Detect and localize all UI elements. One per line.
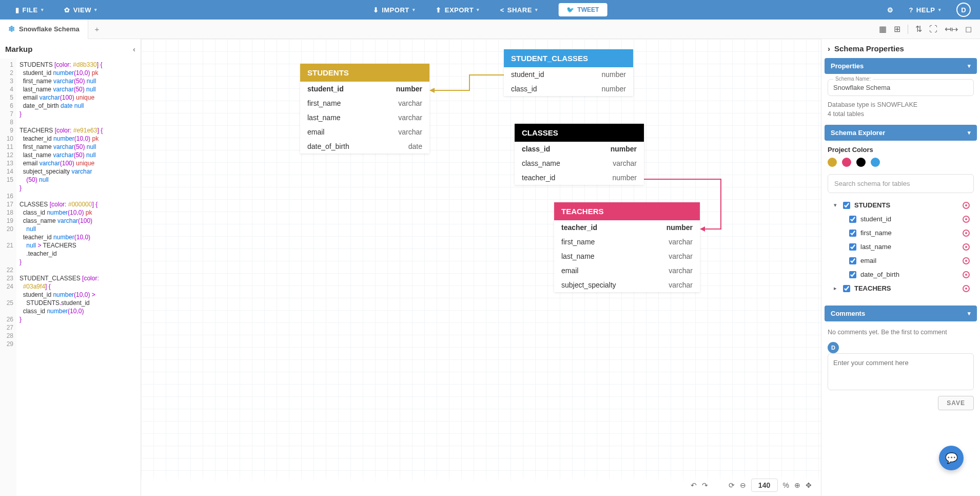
target-icon[interactable] xyxy=(963,257,970,264)
add-tab-button[interactable]: + xyxy=(88,25,106,33)
table-row[interactable]: first_namevarchar xyxy=(554,235,700,249)
color-swatch[interactable] xyxy=(828,158,837,167)
table-teachers[interactable]: TEACHERSteacher_idnumberfirst_namevarcha… xyxy=(554,202,700,292)
code-editor[interactable]: 1 2 3 4 5 6 7 8 9 10 11 12 13 14 15 16 1… xyxy=(0,59,141,496)
schema-name-label: Schema Name: xyxy=(833,76,873,82)
table-header[interactable]: STUDENTS xyxy=(300,64,429,82)
grid-icon[interactable]: ▦ xyxy=(879,24,887,34)
code-body[interactable]: STUDENTS [color: #d8b330] { student_id n… xyxy=(16,59,141,496)
search-tables-input[interactable]: Search schema for tables xyxy=(828,174,974,193)
target-icon[interactable] xyxy=(963,243,970,251)
tree-column-name[interactable]: first_name xyxy=(860,229,892,237)
table-header[interactable]: TEACHERS xyxy=(554,202,700,220)
help-menu[interactable]: ? HELP▾ xyxy=(909,6,941,14)
tree-table-name[interactable]: STUDENTS xyxy=(854,201,890,209)
zoom-in-icon[interactable]: ⊕ xyxy=(794,481,800,489)
column-checkbox[interactable] xyxy=(849,243,856,251)
table-checkbox[interactable] xyxy=(843,202,850,209)
table-students[interactable]: STUDENTSstudent_idnumberfirst_namevarcha… xyxy=(300,64,429,154)
tweet-button[interactable]: 🐦 TWEET xyxy=(558,3,607,16)
collapse-left-icon[interactable]: ‹ xyxy=(133,45,135,53)
table-student_classes[interactable]: STUDENT_CLASSESstudent_idnumberclass_idn… xyxy=(504,49,633,96)
table-row[interactable]: teacher_idnumber xyxy=(515,170,644,185)
chevron-icon[interactable]: ▸ xyxy=(832,285,839,292)
help-icon: ? xyxy=(909,6,913,14)
color-swatch[interactable] xyxy=(842,158,851,167)
target-icon[interactable] xyxy=(963,230,970,237)
schema-explorer-header[interactable]: Schema Explorer ▾ xyxy=(825,125,977,141)
select-all-icon[interactable]: ◻ xyxy=(965,24,972,34)
table-checkbox[interactable] xyxy=(843,285,850,292)
zoom-percent-label: % xyxy=(783,481,789,489)
svg-marker-0 xyxy=(429,88,435,93)
target-icon[interactable] xyxy=(963,271,970,278)
table-classes[interactable]: CLASSESclass_idnumberclass_namevarcharte… xyxy=(515,124,644,185)
refresh-icon[interactable]: ⟳ xyxy=(729,481,735,489)
table-row[interactable]: last_namevarchar xyxy=(300,110,429,125)
chevron-down-icon: ▾ xyxy=(41,7,44,12)
share-menu[interactable]: < SHARE▾ xyxy=(500,3,538,16)
column-checkbox[interactable] xyxy=(849,216,856,223)
tree-column-name[interactable]: email xyxy=(860,257,876,264)
tree-column-name[interactable]: date_of_birth xyxy=(860,271,899,278)
target-icon[interactable] xyxy=(963,285,970,292)
settings-icon[interactable]: ⚙ xyxy=(887,6,893,14)
comment-textarea[interactable] xyxy=(828,353,974,390)
diagram-canvas[interactable]: ↶ ↷ ⟳ ⊖ 140 % ⊕ ✥ STUDENTSstudent_idnumb… xyxy=(141,39,821,496)
sort-icon[interactable]: ⇅ xyxy=(915,24,922,34)
table-row[interactable]: last_namevarchar xyxy=(554,249,700,263)
column-checkbox[interactable] xyxy=(849,257,856,264)
fit-width-icon[interactable]: ↤↦ xyxy=(945,24,958,34)
table-row[interactable]: class_idnumber xyxy=(515,142,644,156)
tree-table-name[interactable]: TEACHERS xyxy=(854,284,891,292)
database-type-text: Database type is SNOWFLAKE xyxy=(828,101,974,108)
schema-properties-header[interactable]: › Schema Properties xyxy=(821,39,980,58)
schema-name-field[interactable]: Schema Name: Snowflake Schema xyxy=(828,79,974,96)
undo-icon[interactable]: ↶ xyxy=(691,481,697,489)
table-row[interactable]: teacher_idnumber xyxy=(554,220,700,235)
column-checkbox[interactable] xyxy=(849,271,856,278)
save-comment-button[interactable]: SAVE xyxy=(938,396,974,410)
import-menu[interactable]: ⬇ IMPORT▾ xyxy=(373,3,416,16)
table-row[interactable]: student_idnumber xyxy=(504,67,633,82)
table-row[interactable]: emailvarchar xyxy=(300,125,429,139)
column-checkbox[interactable] xyxy=(849,230,856,237)
properties-section-header[interactable]: Properties ▾ xyxy=(825,58,977,74)
file-icon: ▮ xyxy=(15,6,19,14)
table-add-icon[interactable]: ⊞ xyxy=(894,24,900,34)
user-avatar[interactable]: D xyxy=(956,3,971,17)
view-menu[interactable]: ✿ VIEW▾ xyxy=(64,6,97,14)
table-row[interactable]: first_namevarchar xyxy=(300,96,429,110)
redo-icon[interactable]: ↷ xyxy=(702,481,708,489)
table-header[interactable]: CLASSES xyxy=(515,124,644,142)
tree-column-name[interactable]: last_name xyxy=(860,243,891,251)
table-row[interactable]: class_namevarchar xyxy=(515,156,644,170)
tab-schema[interactable]: ❄ Snowflake Schema xyxy=(0,20,88,39)
pan-icon[interactable]: ✥ xyxy=(806,481,812,489)
table-row[interactable]: class_idnumber xyxy=(504,82,633,96)
comments-section-header[interactable]: Comments ▾ xyxy=(825,306,977,321)
target-icon[interactable] xyxy=(963,202,970,209)
tree-column-name[interactable]: student_id xyxy=(860,215,891,223)
project-colors xyxy=(828,158,974,167)
schema-name-value[interactable]: Snowflake Schema xyxy=(833,84,890,91)
color-swatch[interactable] xyxy=(856,158,866,167)
chat-fab[interactable]: 💬 xyxy=(939,446,964,470)
color-swatch[interactable] xyxy=(871,158,880,167)
table-row[interactable]: subject_specialtyvarchar xyxy=(554,278,700,292)
target-icon[interactable] xyxy=(963,216,970,223)
file-menu[interactable]: ▮ FILE▾ xyxy=(15,6,44,14)
export-menu[interactable]: ⬆ EXPORT▾ xyxy=(436,3,479,16)
table-row[interactable]: date_of_birthdate xyxy=(300,139,429,154)
markup-panel: Markup ‹ 1 2 3 4 5 6 7 8 9 10 11 12 13 1… xyxy=(0,39,141,496)
expand-icon[interactable]: ⛶ xyxy=(929,25,937,34)
zoom-out-icon[interactable]: ⊖ xyxy=(740,481,746,489)
table-row[interactable]: student_idnumber xyxy=(300,82,429,96)
table-header[interactable]: STUDENT_CLASSES xyxy=(504,49,633,67)
chevron-down-icon: ▾ xyxy=(968,63,971,69)
zoom-input[interactable]: 140 xyxy=(751,479,778,492)
table-row[interactable]: emailvarchar xyxy=(554,263,700,278)
markup-header: Markup ‹ xyxy=(0,39,141,59)
view-icons: ▦ ⊞ ⇅ ⛶ ↤↦ ◻ xyxy=(879,24,980,34)
chevron-icon[interactable]: ▾ xyxy=(832,202,839,208)
